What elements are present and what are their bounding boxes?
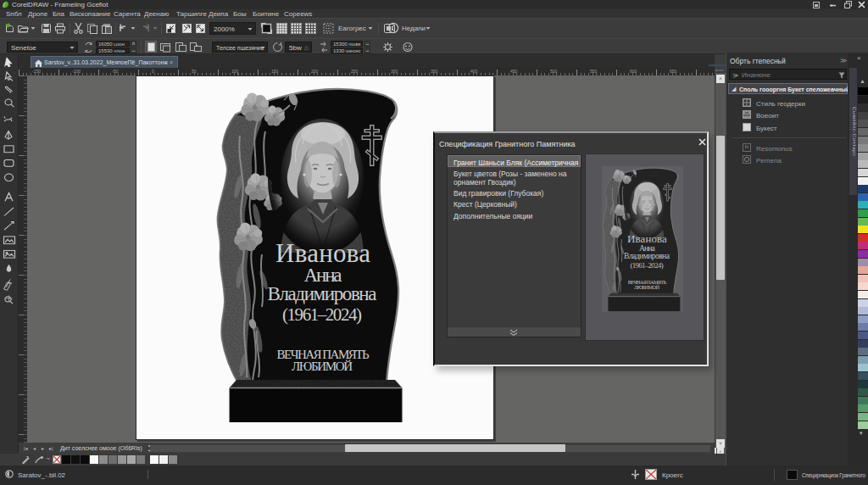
svg-text:Иванова: Иванова: [275, 238, 370, 268]
svg-text:Владимировна: Владимировна: [268, 283, 377, 304]
svg-text:ЛЮБИМОЙ: ЛЮБИМОЙ: [292, 360, 353, 373]
svg-text:(1961–2024): (1961–2024): [282, 304, 362, 325]
